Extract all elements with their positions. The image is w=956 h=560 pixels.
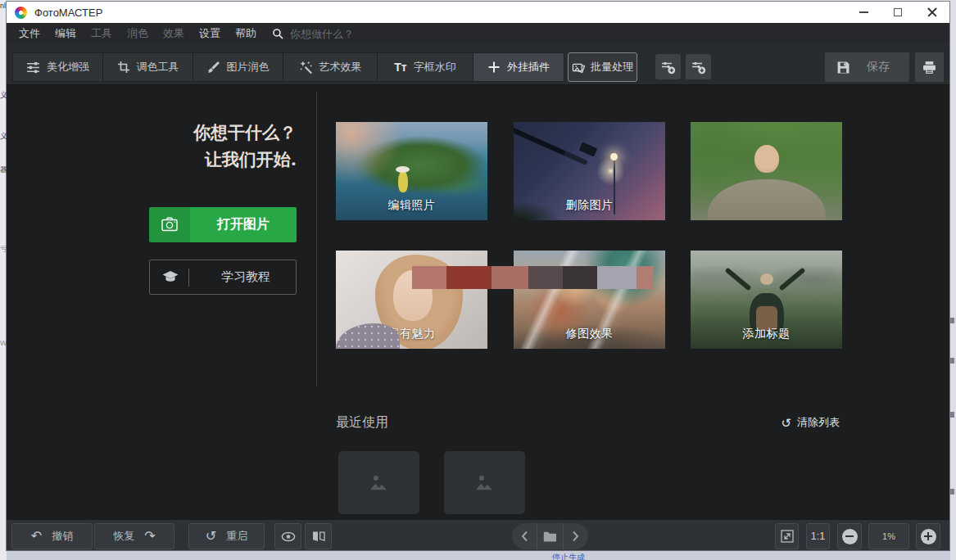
fit-to-screen-button[interactable] bbox=[775, 523, 799, 549]
clear-list-button[interactable]: ↺ 清除列表 bbox=[781, 415, 840, 430]
hero-line2: 让我们开始. bbox=[193, 147, 297, 174]
menu-edit[interactable]: 编辑 bbox=[48, 26, 84, 41]
censor-block bbox=[412, 266, 446, 289]
restart-label: 重启 bbox=[226, 529, 247, 544]
menu-effects[interactable]: 效果 bbox=[156, 26, 192, 41]
recent-thumbnail-placeholder[interactable] bbox=[444, 451, 525, 514]
card-replace-background[interactable]: 替换背景 bbox=[691, 122, 842, 220]
zoom-level-display[interactable]: 1% bbox=[868, 523, 909, 549]
save-icon bbox=[836, 61, 850, 75]
undo-icon: ↶ bbox=[31, 530, 42, 543]
maximize-button[interactable] bbox=[881, 2, 915, 23]
tab-label: 调色工具 bbox=[137, 60, 179, 75]
chevron-left-icon bbox=[521, 531, 528, 542]
learn-tutorial-label: 学习教程 bbox=[221, 269, 270, 283]
card-delete-object[interactable]: 删除图片 bbox=[514, 122, 665, 220]
tab-label: 艺术效果 bbox=[319, 60, 362, 75]
photo-figure bbox=[724, 268, 751, 291]
tab-plugins[interactable]: 外挂插件 bbox=[473, 53, 564, 81]
bottom-toolbar: ↶ 撤销 恢复 ↷ ↺ 重启 bbox=[7, 519, 949, 550]
restart-button[interactable]: ↺ 重启 bbox=[188, 523, 265, 549]
image-placeholder-icon bbox=[367, 472, 392, 493]
tab-strip: 美化增强 调色工具 图片润色 艺术效果 Tᴛ 字框水印 外挂插件 bbox=[12, 52, 564, 82]
titlebar: ФотоМАСТЕР bbox=[7, 2, 949, 23]
folder-icon bbox=[543, 531, 556, 542]
tab-label: 图片润色 bbox=[227, 60, 270, 75]
card-label: 编辑照片 bbox=[336, 198, 487, 213]
censor-block bbox=[597, 266, 637, 289]
zoom-100-button[interactable]: 1:1 bbox=[806, 523, 830, 549]
chevron-right-icon bbox=[572, 531, 579, 542]
panel-divider bbox=[316, 92, 317, 386]
magic-wand-icon bbox=[299, 61, 313, 75]
tab-text-watermark[interactable]: Tᴛ 字框水印 bbox=[378, 53, 473, 81]
menubar: 文件 编辑 工具 润色 效果 设置 帮助 bbox=[7, 23, 949, 44]
card-edit-photo[interactable]: 编辑照片 bbox=[336, 122, 487, 220]
censor-block bbox=[528, 266, 563, 289]
crop-icon bbox=[117, 61, 130, 74]
batch-process-button[interactable]: 批量处理 bbox=[568, 52, 637, 82]
pixelated-censor-bar bbox=[412, 266, 654, 289]
zoom-out-button[interactable] bbox=[837, 523, 862, 549]
app-window: ФотоМАСТЕР 文件 编辑 工具 润色 效果 设置 帮助 美化增强 bbox=[7, 2, 949, 550]
preview-original-button[interactable] bbox=[274, 523, 301, 549]
printer-icon bbox=[922, 61, 936, 75]
card-add-caption[interactable]: 添加标题 bbox=[691, 251, 842, 349]
open-folder-button[interactable] bbox=[537, 523, 562, 549]
censor-block bbox=[637, 266, 654, 289]
background-window-bottom-strip: 停止生成 bbox=[7, 550, 950, 560]
redo-label: 恢复 bbox=[113, 529, 134, 544]
menu-retouch[interactable]: 润色 bbox=[120, 26, 156, 41]
tab-color-tools[interactable]: 调色工具 bbox=[103, 53, 193, 81]
menu-tools[interactable]: 工具 bbox=[84, 26, 120, 41]
learn-tutorial-button[interactable]: 学习教程 bbox=[149, 260, 297, 295]
photo-figure bbox=[779, 268, 806, 291]
card-glamour[interactable]: 富有魅力 bbox=[336, 251, 487, 349]
app-title: ФотоМАСТЕР bbox=[34, 7, 102, 19]
search-input[interactable] bbox=[290, 28, 396, 40]
maximize-icon bbox=[894, 8, 902, 16]
print-button[interactable] bbox=[915, 52, 944, 82]
menu-file[interactable]: 文件 bbox=[11, 26, 48, 41]
tab-label: 美化增强 bbox=[47, 60, 89, 75]
photos-icon bbox=[572, 61, 586, 74]
card-label: 添加标题 bbox=[691, 327, 842, 341]
save-button[interactable]: 保存 bbox=[825, 52, 909, 82]
next-image-button[interactable] bbox=[563, 523, 588, 549]
graduation-cap-icon bbox=[162, 270, 179, 283]
minimize-icon bbox=[859, 11, 868, 13]
minimize-button[interactable] bbox=[846, 2, 881, 23]
tab-label: 字框水印 bbox=[414, 60, 456, 75]
before-after-compare-button[interactable] bbox=[305, 523, 332, 549]
stop-generating-link[interactable]: 停止生成 bbox=[552, 552, 585, 560]
save-label: 保存 bbox=[867, 60, 890, 75]
sliders-icon bbox=[26, 61, 40, 75]
add-preset-button[interactable] bbox=[655, 54, 681, 79]
menu-help[interactable]: 帮助 bbox=[228, 26, 264, 41]
export-preset-button[interactable] bbox=[686, 54, 711, 79]
card-label: 替换背景 bbox=[691, 198, 842, 213]
open-image-button[interactable]: 打开图片 bbox=[149, 207, 297, 242]
recent-thumbnail-placeholder[interactable] bbox=[338, 451, 419, 514]
background-window-right-strip bbox=[950, 0, 956, 560]
tab-enhance[interactable]: 美化增强 bbox=[13, 53, 103, 81]
previous-image-button[interactable] bbox=[512, 523, 537, 549]
recent-section-title: 最近使用 bbox=[336, 414, 388, 431]
redo-button[interactable]: 恢复 ↷ bbox=[94, 523, 174, 549]
menu-search bbox=[272, 28, 396, 40]
tab-effects[interactable]: 艺术效果 bbox=[283, 53, 378, 81]
batch-label: 批量处理 bbox=[591, 60, 633, 75]
window-controls bbox=[846, 2, 949, 23]
menu-settings[interactable]: 设置 bbox=[192, 26, 228, 41]
clear-list-label: 清除列表 bbox=[797, 415, 840, 430]
close-icon bbox=[927, 7, 937, 17]
zoom-out-icon bbox=[842, 529, 858, 544]
card-retouch-effects[interactable]: 修图效果 bbox=[514, 251, 665, 349]
close-button[interactable] bbox=[915, 2, 949, 23]
undo-button[interactable]: ↶ 撤销 bbox=[11, 523, 93, 549]
undo-label: 撤销 bbox=[52, 529, 73, 544]
tab-retouch[interactable]: 图片润色 bbox=[193, 53, 283, 81]
censor-block bbox=[492, 266, 528, 289]
preset-add-icon bbox=[660, 59, 677, 75]
zoom-in-button[interactable] bbox=[916, 523, 940, 549]
